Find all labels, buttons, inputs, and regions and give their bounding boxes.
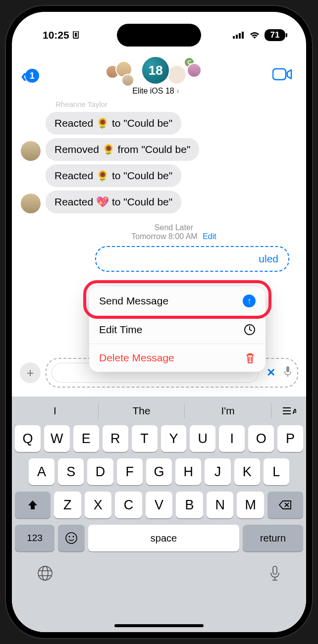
numbers-key[interactable]: 123: [15, 525, 54, 551]
key[interactable]: E: [73, 425, 99, 452]
key[interactable]: C: [115, 492, 142, 518]
message-bubble[interactable]: Reacted 🌻 to "Could be": [46, 112, 181, 135]
messages-list[interactable]: Rheanne Taylor Reacted 🌻 to "Could be" R…: [12, 96, 306, 277]
key[interactable]: X: [85, 492, 112, 518]
send-later-title: Send Later: [70, 223, 277, 232]
key[interactable]: V: [146, 492, 173, 518]
predictive-suggestion[interactable]: The: [99, 403, 185, 419]
group-avatar: [187, 63, 202, 78]
space-key[interactable]: space: [88, 525, 239, 551]
svg-point-12: [73, 536, 74, 538]
message-bubble[interactable]: Removed 🌻 from "Could be": [46, 138, 199, 161]
facetime-button[interactable]: [272, 67, 292, 85]
key[interactable]: U: [190, 425, 215, 452]
message-row: Reacted 🌻 to "Could be": [21, 164, 297, 187]
group-avatar-center: 18: [141, 56, 170, 85]
key[interactable]: Z: [54, 492, 81, 518]
svg-text:A: A: [292, 407, 296, 415]
key[interactable]: P: [277, 425, 303, 452]
menu-label: Edit Time: [99, 324, 143, 336]
message-row: Reacted 🌻 to "Could be": [21, 112, 297, 135]
keyboard-bottom-bar: [12, 558, 306, 587]
chevron-right-icon: ›: [176, 87, 179, 95]
key[interactable]: B: [176, 492, 203, 518]
menu-label: Send Message: [99, 295, 168, 307]
key[interactable]: I: [219, 425, 245, 452]
wifi-icon: [249, 31, 260, 39]
dictation-button[interactable]: [283, 365, 292, 380]
svg-point-14: [42, 566, 48, 580]
key-row: 123 space return: [15, 525, 303, 551]
group-header[interactable]: 18 C Elite iOS 18 ›: [39, 56, 272, 96]
key[interactable]: W: [44, 425, 70, 452]
context-menu: Send Message ↑ Edit Time Delete Message: [89, 287, 265, 372]
message-avatar[interactable]: [21, 141, 41, 161]
key[interactable]: H: [175, 458, 201, 485]
svg-rect-4: [239, 33, 241, 39]
key[interactable]: D: [87, 458, 113, 485]
menu-edit-time[interactable]: Edit Time: [89, 316, 265, 344]
group-name: Elite iOS 18 ›: [132, 87, 179, 96]
key[interactable]: G: [146, 458, 172, 485]
return-key[interactable]: return: [243, 525, 303, 551]
unread-badge: 1: [25, 69, 39, 83]
attach-button[interactable]: +: [20, 362, 41, 383]
globe-key[interactable]: [37, 565, 53, 584]
key-row: Z X C V B N M: [15, 492, 303, 518]
key[interactable]: F: [117, 458, 143, 485]
message-avatar[interactable]: [21, 194, 41, 213]
key[interactable]: J: [205, 458, 230, 485]
key[interactable]: Q: [15, 425, 41, 452]
home-indicator[interactable]: [114, 624, 204, 627]
key[interactable]: K: [234, 458, 260, 485]
menu-label: Delete Message: [99, 352, 174, 364]
nav-header: ‹ 1 18 C Elite iOS 18 ›: [12, 47, 306, 96]
message-row: Removed 🌻 from "Could be": [21, 138, 297, 161]
group-avatar: [121, 74, 134, 87]
autocorrect-toggle[interactable]: A: [271, 403, 306, 418]
svg-rect-15: [273, 566, 277, 574]
phone-frame: 10:25 71 ‹ 1 18 C: [5, 5, 313, 639]
send-later-info: Send Later Tomorrow 8:00 AM Edit: [70, 223, 277, 241]
scheduled-message-bubble[interactable]: uled: [95, 246, 289, 272]
key[interactable]: Y: [161, 425, 187, 452]
group-avatar: [167, 65, 187, 85]
menu-send-message[interactable]: Send Message ↑: [89, 287, 265, 316]
mic-key[interactable]: [268, 565, 281, 584]
key[interactable]: L: [264, 458, 289, 485]
clock-icon: [244, 324, 256, 336]
key[interactable]: S: [58, 458, 84, 485]
cancel-schedule-button[interactable]: ✕: [263, 364, 279, 381]
arrow-up-circle-icon: ↑: [243, 295, 256, 307]
key[interactable]: O: [248, 425, 274, 452]
key[interactable]: R: [103, 425, 128, 452]
backspace-key[interactable]: [267, 492, 303, 518]
predictive-suggestion[interactable]: I: [12, 403, 99, 419]
message-row: Reacted 💖 to "Could be": [21, 191, 297, 213]
svg-rect-5: [242, 32, 244, 39]
key-row: A S D F G H J K L: [15, 458, 303, 485]
svg-rect-1: [75, 33, 77, 37]
shift-key[interactable]: [15, 492, 51, 518]
message-bubble[interactable]: Reacted 💖 to "Could be": [46, 191, 181, 213]
back-button[interactable]: ‹ 1: [21, 66, 39, 85]
key[interactable]: M: [237, 492, 264, 518]
cellular-icon: [233, 32, 245, 39]
send-later-time: Tomorrow 8:00 AM: [131, 232, 197, 241]
predictive-bar: I The I'm A: [12, 396, 306, 425]
keyboard: I The I'm A Q W E R T Y U I O P: [12, 396, 306, 632]
send-later-edit-link[interactable]: Edit: [203, 232, 216, 241]
svg-point-11: [69, 536, 70, 538]
svg-point-13: [38, 566, 52, 580]
emoji-key[interactable]: [58, 525, 85, 551]
key[interactable]: N: [207, 492, 234, 518]
nav-indicator-icon: [72, 31, 79, 39]
key-row: Q W E R T Y U I O P: [15, 425, 303, 452]
menu-delete-message[interactable]: Delete Message: [89, 344, 265, 372]
predictive-suggestion[interactable]: I'm: [185, 403, 271, 419]
message-bubble[interactable]: Reacted 🌻 to "Could be": [46, 164, 181, 187]
key[interactable]: A: [29, 458, 54, 485]
trash-icon: [245, 352, 256, 364]
avatar-cluster: 18 C: [141, 56, 170, 85]
key[interactable]: T: [132, 425, 158, 452]
